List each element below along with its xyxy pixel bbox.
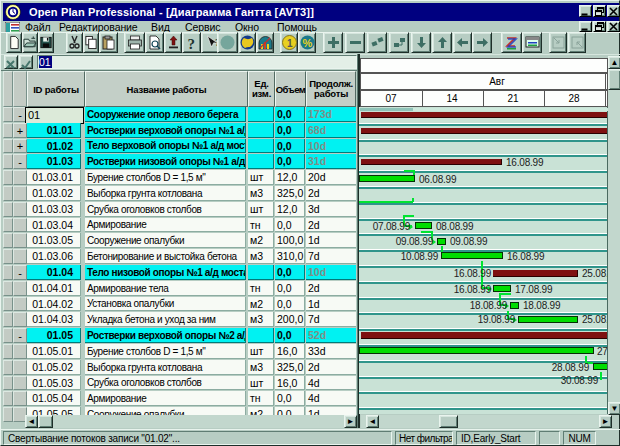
svg-text:1: 1	[287, 38, 293, 49]
svg-text:?: ?	[188, 36, 196, 51]
svg-text:%: %	[302, 37, 312, 49]
